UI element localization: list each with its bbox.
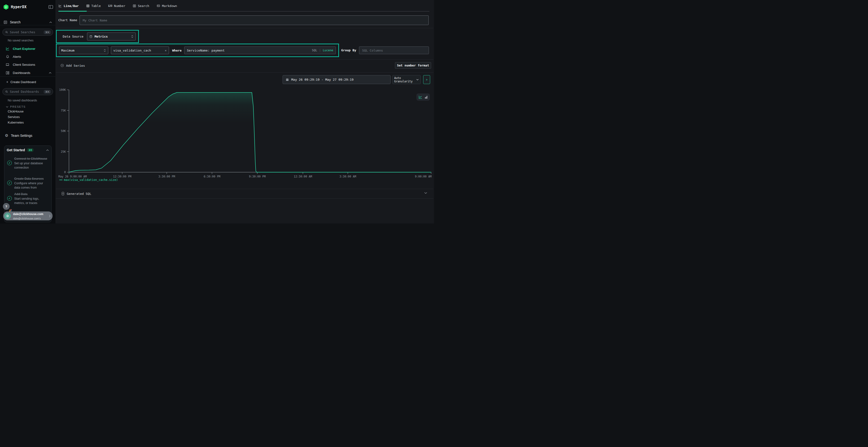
gs-item-title: Connect to ClickHouse bbox=[14, 157, 47, 161]
sql-mode-button[interactable]: SQL bbox=[312, 49, 317, 52]
query-language-switch: SQL | Lucene bbox=[312, 49, 333, 52]
tab-label: Markdown bbox=[162, 4, 177, 8]
group-by-input[interactable] bbox=[359, 46, 429, 54]
chart-name-input[interactable] bbox=[80, 15, 429, 25]
sidebar-item-label: Chart Explorer bbox=[13, 47, 35, 50]
legend-line-swatch bbox=[59, 180, 62, 180]
where-filter-value: ServiceName: payment bbox=[187, 49, 225, 52]
chart-type-tabs: Line/Bar Table 123 Number Search Markdow… bbox=[58, 0, 177, 11]
data-source-select[interactable]: Metrics bbox=[87, 33, 136, 40]
no-saved-searches-text: No saved searches bbox=[8, 39, 33, 42]
get-started-item-datasources[interactable]: ✓ Create Data Sources Configure where yo… bbox=[7, 176, 50, 190]
tab-label: Number bbox=[114, 4, 125, 8]
select-chevrons-icon bbox=[103, 49, 106, 52]
tab-label: Search bbox=[138, 4, 149, 8]
logo-row: HyperDX bbox=[3, 4, 53, 10]
calendar-icon bbox=[285, 78, 289, 81]
team-settings-label: Team Settings bbox=[11, 134, 32, 138]
divider bbox=[56, 28, 433, 28]
sidebar-item-alerts[interactable]: Alerts bbox=[0, 54, 56, 60]
divider bbox=[56, 189, 433, 189]
generated-sql-toggle[interactable]: Generated SQL bbox=[61, 191, 91, 197]
divider bbox=[0, 25, 56, 25]
aggregation-value: Maximum bbox=[61, 49, 74, 52]
gs-item-subtitle: Configure where your data comes from bbox=[14, 182, 43, 189]
help-button[interactable]: ? bbox=[3, 203, 10, 210]
team-settings-button[interactable]: ⚙ Team Settings bbox=[0, 133, 56, 139]
sidebar-item-client-sessions[interactable]: Client Sessions bbox=[0, 61, 56, 68]
svg-text:25K: 25K bbox=[61, 150, 66, 153]
search-section-icon bbox=[3, 20, 7, 24]
saved-dashboards-input[interactable]: Saved Dashboards ⌘K bbox=[2, 88, 53, 95]
legend-series-label: max(visa_validation_cache.size) bbox=[64, 178, 118, 182]
select-chevrons-icon bbox=[131, 35, 133, 38]
tab-table[interactable]: Table bbox=[86, 4, 101, 8]
search-icon bbox=[5, 90, 8, 93]
sidebar-item-chart-explorer[interactable]: Chart Explorer bbox=[0, 45, 56, 52]
line-chart-icon bbox=[58, 4, 62, 8]
plus-icon: + bbox=[6, 80, 8, 84]
chevron-up-icon[interactable] bbox=[49, 72, 52, 74]
separator: | bbox=[319, 49, 321, 52]
sidebar-item-dashboards[interactable]: Dashboards bbox=[0, 70, 56, 76]
chevron-down-icon bbox=[416, 79, 419, 80]
date-range-input[interactable]: May 26 09:29:19 - May 27 09:29:19 bbox=[283, 75, 391, 84]
svg-text:100K: 100K bbox=[59, 88, 66, 92]
user-menu[interactable]: D dale@clickhouse.com dale@clickhouse.co… bbox=[3, 211, 53, 220]
group-by-label: Group By bbox=[341, 44, 356, 57]
where-filter-input[interactable]: ServiceName: payment SQL | Lucene bbox=[184, 46, 336, 54]
chart-name-label: Chart Name bbox=[58, 15, 77, 25]
divider bbox=[0, 76, 56, 77]
aggregation-select[interactable]: Maximum bbox=[59, 46, 108, 54]
gs-item-title: Add Data bbox=[14, 193, 28, 196]
remove-metric-icon[interactable]: × bbox=[165, 49, 166, 52]
sidebar-item-label: Dashboards bbox=[13, 71, 30, 75]
search-section-header[interactable]: Search bbox=[3, 19, 52, 25]
chevron-up-icon[interactable] bbox=[49, 22, 52, 23]
markdown-icon bbox=[156, 4, 160, 7]
collapse-sidebar-icon[interactable] bbox=[49, 5, 53, 9]
hyperdx-app: HyperDX Search Saved Searches ⌘K No save… bbox=[0, 0, 434, 224]
svg-text:50K: 50K bbox=[61, 129, 66, 133]
get-started-title: Get Started bbox=[7, 148, 25, 152]
check-circle-icon: ✓ bbox=[7, 196, 12, 201]
gs-item-title: Create Data Sources bbox=[14, 177, 44, 180]
chart-explorer-icon bbox=[5, 47, 10, 51]
presets-section-header[interactable]: PRESETS bbox=[6, 105, 26, 109]
chart-canvas: 025K50K75K100KMay 26 9:00:00 AM12:30:00 … bbox=[56, 86, 434, 182]
hyperdx-logo-icon bbox=[3, 4, 9, 10]
play-icon bbox=[425, 78, 428, 81]
time-series-chart: 025K50K75K100KMay 26 9:00:00 AM12:30:00 … bbox=[56, 86, 434, 182]
granularity-select[interactable]: Auto Granularity bbox=[392, 75, 421, 84]
tab-line-bar[interactable]: Line/Bar bbox=[58, 4, 79, 8]
create-dashboard-label: Create Dashboard bbox=[10, 80, 36, 84]
series-highlight-box: Maximum visa_validation_cach × Where Ser… bbox=[56, 44, 339, 57]
preset-item-kubernetes[interactable]: Kubernetes bbox=[8, 121, 53, 126]
create-dashboard-button[interactable]: + Create Dashboard bbox=[0, 79, 56, 85]
chevron-up-icon[interactable] bbox=[46, 149, 49, 151]
set-number-format-button[interactable]: Set number format bbox=[395, 62, 431, 69]
metric-field[interactable]: visa_validation_cach × bbox=[111, 46, 169, 54]
preset-item-services[interactable]: Services bbox=[8, 115, 53, 120]
number-123-icon: 123 bbox=[108, 5, 112, 7]
preset-item-clickhouse[interactable]: ClickHouse bbox=[8, 110, 53, 114]
avatar: D bbox=[4, 213, 11, 219]
get-started-header[interactable]: Get Started 3/3 bbox=[7, 148, 49, 152]
chevron-down-icon[interactable] bbox=[424, 192, 427, 194]
get-started-item-adddata[interactable]: ✓ Add Data Start sending logs, metrics, … bbox=[7, 192, 50, 205]
saved-searches-input[interactable]: Saved Searches ⌘K bbox=[2, 29, 53, 36]
add-series-button[interactable]: Add Series bbox=[60, 62, 85, 69]
get-started-item-connect[interactable]: ✓ Connect to ClickHouse Set up your data… bbox=[7, 156, 50, 170]
code-icon bbox=[61, 192, 65, 196]
tab-markdown[interactable]: Markdown bbox=[156, 4, 177, 8]
run-query-button[interactable] bbox=[423, 75, 430, 84]
add-series-label: Add Series bbox=[66, 64, 85, 67]
svg-text:75K: 75K bbox=[61, 109, 66, 112]
gs-item-subtitle: Start sending logs, metrics, or traces bbox=[14, 197, 39, 205]
tab-search[interactable]: Search bbox=[133, 4, 149, 8]
tab-label: Table bbox=[91, 4, 101, 8]
lucene-mode-button[interactable]: Lucene bbox=[323, 49, 333, 52]
tab-number[interactable]: 123 Number bbox=[108, 4, 125, 8]
list-box-icon bbox=[133, 4, 136, 8]
where-label: Where bbox=[172, 49, 182, 52]
